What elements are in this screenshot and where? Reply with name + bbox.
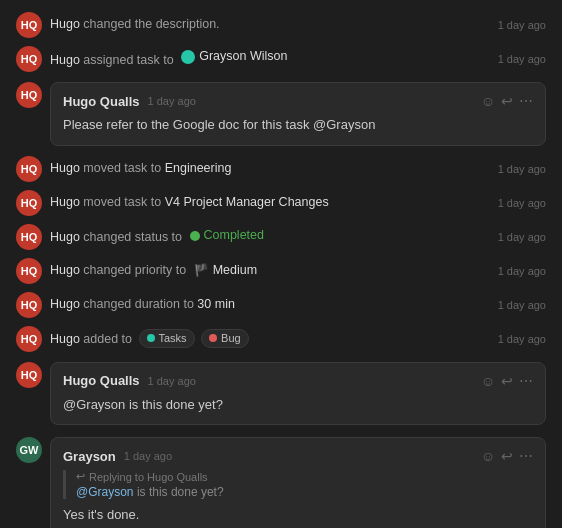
reply-icon-2[interactable]: ↩ [501,373,513,389]
activity-status: HQ Hugo changed status to Completed 1 da… [16,222,546,252]
time-5: 1 day ago [498,231,546,243]
time-3: 1 day ago [498,163,546,175]
activity-text-duration: Hugo changed duration to 30 min [50,296,490,314]
avatar-hugo-3: HQ [16,156,42,182]
activity-text: Hugo changed the description. [50,16,490,34]
time-8: 1 day ago [498,333,546,345]
more-icon-2[interactable]: ⋯ [519,373,533,389]
avatar-hugo-5: HQ [16,224,42,250]
avatar-hugo-comment-2: HQ [16,362,42,388]
reply-icon[interactable]: ↩ [501,93,513,109]
reply-text: @Grayson is this done yet? [76,485,533,499]
activity-duration: HQ Hugo changed duration to 30 min 1 day… [16,290,546,320]
comment-time-3: 1 day ago [124,450,172,462]
comment-body-3: Yes it's done. [63,505,533,525]
comment-bubble-1: Hugo Qualls 1 day ago ☺ ↩ ⋯ Please refer… [50,82,546,146]
avatar-hugo-comment: HQ [16,82,42,108]
reply-icon-3[interactable]: ↩ [501,448,513,464]
comment-body-1: Please refer to the Google doc for this … [63,115,533,135]
more-icon[interactable]: ⋯ [519,93,533,109]
comment-2-row: HQ Hugo Qualls 1 day ago ☺ ↩ ⋯ @Grayson … [16,362,546,426]
comment-author-1: Hugo Qualls [63,94,140,109]
activity-moved-v4: HQ Hugo moved task to V4 Project Manager… [16,188,546,218]
avatar-hugo: HQ [16,12,42,38]
comment-body-2: @Grayson is this done yet? [63,395,533,415]
activity-priority: HQ Hugo changed priority to 🏴 Medium 1 d… [16,256,546,286]
assignee-name: Grayson Wilson [199,48,287,66]
activity-text-v4: Hugo moved task to V4 Project Manager Ch… [50,194,490,212]
comment-actions-1: ☺ ↩ ⋯ [481,93,533,109]
emoji-icon[interactable]: ☺ [481,93,495,109]
activity-assigned-task: HQ Hugo assigned task to Grayson Wilson … [16,44,546,74]
avatar-hugo-4: HQ [16,190,42,216]
activity-changed-description: HQ Hugo changed the description. 1 day a… [16,10,546,40]
comment-bubble-2: Hugo Qualls 1 day ago ☺ ↩ ⋯ @Grayson is … [50,362,546,426]
reply-block: ↩ Replying to Hugo Qualls @Grayson is th… [63,470,533,499]
comment-1-row: HQ Hugo Qualls 1 day ago ☺ ↩ ⋯ Please re… [16,82,546,146]
time-7: 1 day ago [498,299,546,311]
comment-author-3: Grayson [63,449,116,464]
avatar-hugo-7: HQ [16,292,42,318]
activity-tags: HQ Hugo added to Tasks Bug 1 day ago [16,324,546,354]
time-6: 1 day ago [498,265,546,277]
time-stamp-2: 1 day ago [498,53,546,65]
comment-time-1: 1 day ago [148,95,196,107]
comment-actions-2: ☺ ↩ ⋯ [481,373,533,389]
comment-3-row: GW Grayson 1 day ago ☺ ↩ ⋯ ↩ Replying to… [16,437,546,528]
emoji-icon-3[interactable]: ☺ [481,448,495,464]
comment-bubble-3: Grayson 1 day ago ☺ ↩ ⋯ ↩ Replying to Hu… [50,437,546,528]
comment-author-2: Hugo Qualls [63,373,140,388]
activity-text-status: Hugo changed status to Completed [50,227,490,246]
activity-moved-engineering: HQ Hugo moved task to Engineering 1 day … [16,154,546,184]
avatar-hugo-2: HQ [16,46,42,72]
activity-text-tags: Hugo added to Tasks Bug [50,329,490,348]
comment-actions-3: ☺ ↩ ⋯ [481,448,533,464]
avatar-hugo-6: HQ [16,258,42,284]
more-icon-3[interactable]: ⋯ [519,448,533,464]
activity-text-assign: Hugo assigned task to Grayson Wilson [50,48,490,69]
comment-time-2: 1 day ago [148,375,196,387]
time-4: 1 day ago [498,197,546,209]
activity-text-engineering: Hugo moved task to Engineering [50,160,490,178]
emoji-icon-2[interactable]: ☺ [481,373,495,389]
activity-text-priority: Hugo changed priority to 🏴 Medium [50,262,490,280]
time-stamp: 1 day ago [498,19,546,31]
avatar-grayson: GW [16,437,42,463]
avatar-hugo-8: HQ [16,326,42,352]
